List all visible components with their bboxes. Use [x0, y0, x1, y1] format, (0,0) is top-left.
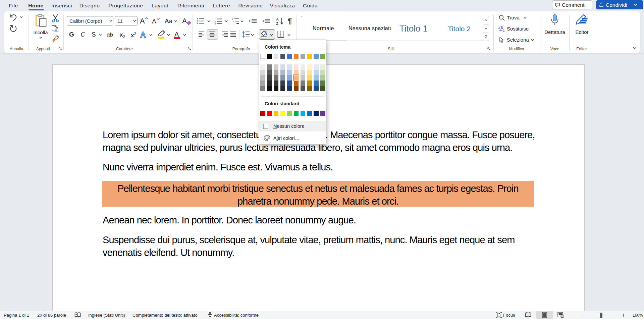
svg-text:a: a — [233, 20, 234, 22]
svg-text:Z: Z — [276, 21, 278, 25]
svg-text:c: c — [502, 28, 505, 33]
svg-text:1: 1 — [232, 18, 233, 20]
svg-text:i: i — [234, 22, 234, 25]
svg-text:3: 3 — [214, 22, 216, 25]
svg-text:A: A — [276, 17, 279, 21]
